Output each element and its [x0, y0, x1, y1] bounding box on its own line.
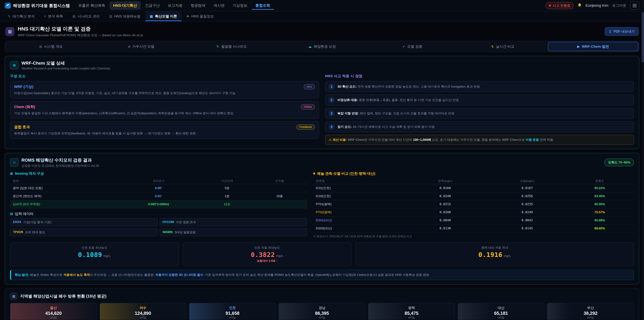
menu-item-oil-spill[interactable]: 유출유 확산예측: [75, 1, 109, 10]
chart-icon: ▦: [150, 14, 153, 18]
check-icon: ✓: [402, 45, 405, 49]
subnav-hns-substance[interactable]: ✚ HNS 물질정보: [182, 12, 218, 21]
pencil-icon: ✎: [8, 14, 10, 18]
compute-cost-warning: ⚠계산 비용: WRF-Chem은 가우시안 모델 대비 계산 시간이 100~…: [325, 135, 634, 145]
tab-system-overview[interactable]: ◎ 시스템 개요: [6, 42, 96, 51]
main-menu: 유출유 확산예측 HNS·대기확산 긴급구난 보고자료 항공탐색 게시판 기상정…: [75, 1, 274, 10]
warning-text: 소요. 초기 대응에는 가우시안 모델, 정밀 분석에는 WRF-Chem으로: [431, 138, 526, 141]
tab-realtime-compare[interactable]: ↯ 실시간 비교: [458, 42, 548, 51]
menu-toggle-icon[interactable]: [630, 2, 639, 10]
input-era5: ERA5 기상(기압·풍속·기온): [10, 218, 158, 226]
tab-label: 해양환경 보정: [314, 44, 336, 49]
component-badge: Online: [301, 104, 315, 110]
subnav-label: 시나리오 관리: [78, 14, 100, 19]
subnav-model-theory[interactable]: ▦ 확산모델 이론: [146, 12, 182, 21]
top-navbar: 해양환경 위기대응 통합시스템 유출유 확산예측 HNS·대기확산 긴급구난 보…: [0, 0, 644, 12]
tab-substance-scenario[interactable]: ✎ 물질별 시나리오: [186, 42, 277, 51]
main-content: ▦ HNS 대기확산 모델 이론 및 검증 WRF-Chem·Gaussian …: [0, 22, 644, 320]
scrollbar-thumb[interactable]: [642, 12, 644, 62]
input-hycom: HYCOM 수온·염분·유속: [160, 218, 307, 226]
nesting-row: 광역 (일본·대만 포함) 0.05° 5분: [10, 184, 307, 192]
notification-bell-icon[interactable]: [578, 3, 582, 9]
component-chem: Chem (화학) Online 기상 모델과 동일한 시간 스텝에서 화학종의…: [10, 101, 319, 119]
component-name: Chem (화학): [14, 104, 35, 109]
user-name[interactable]: Eunjeong Kim: [586, 3, 608, 8]
subnav-label: 분석 목록: [48, 14, 63, 19]
menu-item-board[interactable]: 게시판: [210, 1, 228, 10]
advantage-text: 24~72시간 예측으로 사고 수습 계획 및 장기 피해 평가 지원: [352, 125, 435, 129]
obs-title: 페놀 관측-모델 비교 (인천·평택·대산): [317, 171, 375, 176]
subnav-atmo-analysis[interactable]: ✎ 대기확산 분석: [3, 12, 39, 21]
obs-table-header: 관측점 관측(mg/L) 모델(mg/L) 정확도: [313, 178, 634, 184]
obs-row: IC03(인천) 0.0240 0.0256 93.45%: [313, 192, 634, 200]
subnav-label: HNS 대응매뉴얼: [114, 14, 140, 19]
pencil-icon: ✎: [216, 45, 219, 49]
region-daesan: 대산 65,181 m³/일 346t/년: [458, 303, 544, 320]
menu-item-integrated-search[interactable]: 통합조회: [252, 1, 274, 10]
menu-item-aerial-search[interactable]: 항공탐색: [187, 1, 209, 10]
obs-row: PT01(평택) 0.0215 0.0235 90.55%: [313, 200, 634, 208]
page-header: ▦ HNS 대기확산 모델 이론 및 검증 WRF-Chem·Gaussian …: [5, 26, 639, 38]
tab-gaussian-model[interactable]: σ 가우시안 모델: [96, 42, 186, 51]
component-coupling: 결합 효과 Feedback 화학물질의 복사 효과가 기상장에 되먹임(fee…: [10, 121, 319, 139]
roms-header: ≈ ROMS 해양확산 수치모의 검증 결과 김창훈·이문진 외 (2024),…: [10, 157, 634, 168]
gaussian-icon: σ: [128, 45, 130, 49]
obs-model-column: ■ 페놀 관측-모델 비교 (인천·평택·대산) 관측점 관측(mg/L) 모델…: [313, 171, 634, 238]
roms-title: ROMS 해양확산 수치모의 검증 결과: [22, 157, 99, 163]
roms-validation-card: ≈ ROMS 해양확산 수치모의 검증 결과 김창훈·이문진 외 (2024),…: [5, 153, 639, 284]
metric-cards: 인천 표층 최대농도 0.1089mg/L 인천 저층 최대농도 0.3822m…: [10, 242, 634, 266]
obs-row: DS03(대산) 0.0130 0.0145 88.60%: [313, 224, 634, 233]
subnav-label: HNS 물질정보: [191, 14, 214, 19]
content-tabs: ◎ 시스템 개요 σ 가우시안 모델 ✎ 물질별 시나리오 ☁ 해양환경 보정 …: [5, 41, 639, 52]
component-desc: 화학물질의 복사 효과가 기상장에 되먹임(feedback). 예: 대량의 …: [14, 131, 315, 136]
advantage-lead: 비정상류 대응:: [338, 98, 358, 102]
logout-button[interactable]: 로그아웃: [612, 3, 626, 8]
region-busan: 부산 38,292 m³/일 46t/년: [547, 303, 634, 320]
book-icon: ▥: [109, 14, 112, 18]
tab-label: 실시간 비교: [496, 44, 514, 49]
component-name: WRF (기상): [14, 84, 33, 89]
folder-icon: ▤: [72, 14, 76, 18]
download-icon: ↧: [609, 30, 612, 34]
brand: 해양환경 위기대응 통합시스템: [5, 3, 70, 9]
advantage-lead: 복잡 지형 반영:: [338, 112, 359, 115]
scrollbar-track[interactable]: [642, 0, 644, 320]
key-finding-note: 핵심 발견: 페놀은 Sinker 특성으로 저층에서 농도 축적이 두드러짐 …: [10, 270, 634, 280]
bullet-icon: ■: [313, 171, 315, 175]
wave-icon: ≈: [10, 158, 18, 167]
advantage-item: 4 장기 모드: 24~72시간 예측으로 사고 수습 계획 및 장기 피해 평…: [325, 121, 634, 132]
tab-label: 모델 검증: [407, 44, 422, 49]
subnav-scenario-mgmt[interactable]: ▤ 시나리오 관리: [68, 12, 104, 21]
region-incheon: 인천 91,658 m³/일 1,373t/년: [189, 303, 276, 320]
region-gyeongnam: 경남 86,395 m³/일 98t/년: [278, 303, 366, 320]
tab-model-validation[interactable]: ✓ 모델 검증: [367, 42, 458, 51]
tab-label: 물질별 시나리오: [221, 44, 247, 49]
warning-accent: 이원 운용: [526, 138, 539, 141]
page-subtitle: WRF-Chem·Gaussian Plume/Puff·ROMS·해양환경 보…: [18, 33, 144, 38]
pdf-export-button[interactable]: ↧ PDF 내보내기: [605, 27, 639, 36]
advantages-title: HNS 사고 적용 시 장점: [325, 74, 634, 78]
page-chart-icon: ▦: [5, 27, 14, 36]
nesting-row-detail: 상세역 (5개 무역항) 0.002°(≈200m) 12초: [10, 200, 307, 208]
menu-item-rescue[interactable]: 긴급구난: [142, 1, 164, 10]
region-yeosu: 여수 124,890 m³/일 382t/년: [100, 303, 186, 320]
subnav-analysis-list[interactable]: ≡ 분석 목록: [40, 12, 68, 21]
menu-item-reports[interactable]: 보고자료: [164, 1, 186, 10]
tab-wrfchem-future[interactable]: ▶ WRF-Chem·발전: [548, 42, 638, 51]
menu-item-weather[interactable]: 기상정보: [229, 1, 251, 10]
lightning-icon: ↯: [491, 45, 494, 49]
accuracy-badge: 정확도 75~96%: [604, 159, 634, 166]
incident-status-badge[interactable]: 사고 진행중: [546, 2, 574, 9]
advantage-number: 4: [329, 124, 334, 130]
topbar-right: 사고 진행중 Eunjeong Kim 로그아웃: [546, 2, 639, 10]
component-badge: v4.x: [304, 84, 315, 89]
page-title: HNS 대기확산 모델 이론 및 검증: [18, 26, 144, 32]
menu-item-hns-atmo[interactable]: HNS·대기확산: [110, 1, 141, 10]
nesting-column: ⊞ Nesting 격자 구성 영역 격자크기 시간간격 수직층 광역 (일본·…: [10, 171, 307, 238]
tab-marine-correction[interactable]: ☁ 해양환경 보정: [277, 42, 367, 51]
advantage-text: 해안 절벽, 항만 구조물, 인접 도시의 건물 효과를 지형 데이터로 반영: [359, 112, 454, 115]
rocket-icon: ▶: [577, 45, 580, 49]
region-ulsan: 울산 414,620 m³/일 1,037t/년: [10, 303, 97, 320]
components-title: 구성 요소: [10, 74, 319, 78]
subnav-hns-manual[interactable]: ▥ HNS 대응매뉴얼: [105, 12, 145, 21]
